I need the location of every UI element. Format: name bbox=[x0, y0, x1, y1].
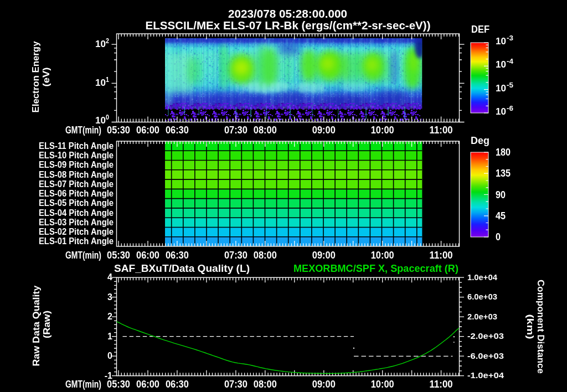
svg-text:10: 10 bbox=[496, 83, 506, 93]
svg-text:07:30: 07:30 bbox=[224, 250, 248, 261]
svg-text:ELS-01 Pitch Angle: ELS-01 Pitch Angle bbox=[39, 236, 114, 246]
svg-text:(Raw): (Raw) bbox=[42, 311, 51, 338]
svg-text:08:00: 08:00 bbox=[254, 250, 277, 261]
svg-text:-1.0e+04: -1.0e+04 bbox=[467, 371, 504, 380]
svg-text:ELS-04 Pitch Angle: ELS-04 Pitch Angle bbox=[39, 208, 114, 218]
svg-text:0: 0 bbox=[496, 231, 501, 243]
svg-text:(km): (km) bbox=[525, 314, 535, 339]
svg-text:90: 90 bbox=[496, 189, 506, 200]
svg-text:MEXORBMC/SPF X, Spacecraft (R): MEXORBMC/SPF X, Spacecraft (R) bbox=[293, 263, 458, 274]
svg-text:ELS-03 Pitch Angle: ELS-03 Pitch Angle bbox=[39, 218, 114, 227]
svg-text:1: 1 bbox=[107, 332, 112, 341]
svg-text:-5: -5 bbox=[507, 81, 513, 89]
svg-text:1: 1 bbox=[106, 76, 109, 84]
svg-text:09:00: 09:00 bbox=[312, 250, 336, 261]
svg-text:ELS-05 Pitch Angle: ELS-05 Pitch Angle bbox=[39, 198, 114, 208]
svg-text:Deg: Deg bbox=[471, 135, 489, 146]
svg-text:10:00: 10:00 bbox=[371, 379, 394, 390]
svg-text:11:00: 11:00 bbox=[430, 250, 453, 261]
svg-text:DEF: DEF bbox=[471, 23, 489, 35]
svg-text:08:00: 08:00 bbox=[254, 379, 277, 390]
svg-text:10:00: 10:00 bbox=[371, 250, 394, 261]
svg-text:-6: -6 bbox=[507, 105, 513, 112]
svg-text:Raw Data Quality: Raw Data Quality bbox=[31, 285, 41, 367]
svg-text:10: 10 bbox=[95, 39, 106, 49]
svg-text:09:00: 09:00 bbox=[312, 379, 336, 390]
svg-text:10: 10 bbox=[496, 59, 506, 69]
svg-text:2.0e+03: 2.0e+03 bbox=[467, 312, 497, 321]
svg-text:Component Distance: Component Distance bbox=[536, 280, 546, 374]
svg-text:0: 0 bbox=[106, 114, 109, 121]
svg-text:-6.0e+03: -6.0e+03 bbox=[467, 352, 504, 360]
svg-text:-2.0e+03: -2.0e+03 bbox=[467, 332, 504, 341]
svg-text:07:30: 07:30 bbox=[224, 125, 248, 136]
svg-text:180: 180 bbox=[496, 147, 511, 158]
svg-text:GMT(min): GMT(min) bbox=[65, 250, 101, 261]
svg-text:10: 10 bbox=[496, 106, 506, 116]
svg-text:ELSSCIL/MEx ELS-07 LR-Bk (erg: ELSSCIL/MEx ELS-07 LR-Bk (ergs/(cm**2-sr… bbox=[146, 19, 431, 32]
svg-text:6.0e+03: 6.0e+03 bbox=[467, 292, 497, 301]
svg-text:08:00: 08:00 bbox=[254, 125, 277, 136]
svg-text:0: 0 bbox=[107, 351, 112, 360]
svg-text:ELS-07 Pitch Angle: ELS-07 Pitch Angle bbox=[39, 179, 114, 189]
svg-text:ELS-11 Pitch Angle: ELS-11 Pitch Angle bbox=[39, 141, 114, 151]
svg-text:05:30: 05:30 bbox=[107, 125, 130, 136]
svg-text:10: 10 bbox=[95, 78, 106, 87]
svg-text:07:30: 07:30 bbox=[224, 379, 248, 390]
svg-text:-4: -4 bbox=[507, 58, 513, 65]
svg-text:ELS-09 Pitch Angle: ELS-09 Pitch Angle bbox=[39, 160, 114, 169]
svg-text:06:30: 06:30 bbox=[166, 125, 189, 136]
svg-text:ELS-02 Pitch Angle: ELS-02 Pitch Angle bbox=[39, 227, 114, 236]
svg-text:10: 10 bbox=[95, 115, 106, 125]
svg-text:11:00: 11:00 bbox=[430, 125, 453, 136]
svg-text:GMT(min): GMT(min) bbox=[65, 379, 101, 390]
svg-text:(eV): (eV) bbox=[41, 68, 51, 87]
svg-text:06:00: 06:00 bbox=[136, 379, 159, 390]
svg-text:06:30: 06:30 bbox=[166, 250, 189, 261]
svg-text:4: 4 bbox=[107, 272, 112, 282]
svg-text:05:30: 05:30 bbox=[107, 379, 130, 390]
svg-text:06:00: 06:00 bbox=[136, 125, 159, 136]
svg-text:GMT(min): GMT(min) bbox=[65, 125, 101, 136]
svg-text:Electron Energy: Electron Energy bbox=[30, 41, 40, 113]
svg-text:ELS-08 Pitch Angle: ELS-08 Pitch Angle bbox=[39, 170, 114, 179]
svg-text:45: 45 bbox=[496, 210, 506, 221]
svg-text:06:30: 06:30 bbox=[166, 379, 189, 390]
svg-text:135: 135 bbox=[496, 168, 511, 179]
svg-text:10: 10 bbox=[496, 36, 506, 46]
svg-text:1.0e+04: 1.0e+04 bbox=[467, 273, 497, 282]
svg-text:2: 2 bbox=[106, 37, 109, 45]
svg-text:-3: -3 bbox=[507, 34, 513, 42]
svg-text:2: 2 bbox=[107, 312, 112, 321]
svg-text:SAF_BXuT/Data Quality (L): SAF_BXuT/Data Quality (L) bbox=[114, 263, 250, 274]
svg-text:3: 3 bbox=[107, 292, 112, 302]
svg-text:ELS-10 Pitch Angle: ELS-10 Pitch Angle bbox=[39, 151, 114, 160]
svg-text:06:00: 06:00 bbox=[136, 250, 159, 261]
svg-text:09:00: 09:00 bbox=[312, 125, 336, 136]
svg-text:11:00: 11:00 bbox=[430, 379, 453, 390]
svg-text:05:30: 05:30 bbox=[107, 250, 130, 261]
svg-text:ELS-06 Pitch Angle: ELS-06 Pitch Angle bbox=[39, 189, 114, 198]
svg-text:10:00: 10:00 bbox=[371, 125, 394, 136]
